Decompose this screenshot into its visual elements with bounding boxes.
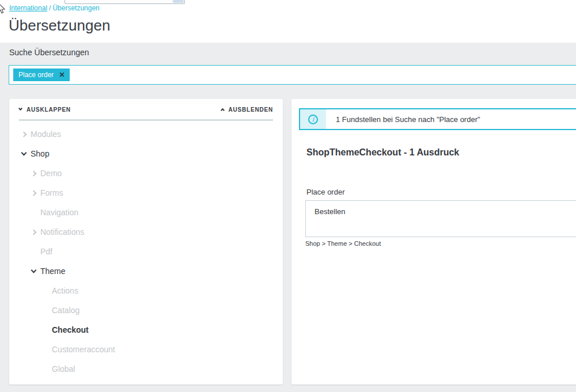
breadcrumb-link-international[interactable]: International	[9, 4, 47, 12]
expand-all-button[interactable]: AUSKLAPPEN	[19, 106, 71, 113]
tree-item-label: Theme	[40, 267, 66, 276]
tree-item-shop[interactable]: Shop	[9, 144, 283, 163]
expand-all-label: AUSKLAPPEN	[26, 106, 71, 113]
translation-domain-path: Shop > Theme > Checkout	[305, 240, 381, 247]
page-header: International/Übersetzungen Übersetzunge…	[0, 0, 576, 43]
tree-item-actions[interactable]: Actions	[9, 281, 283, 300]
tree-item-global[interactable]: Global	[9, 359, 283, 379]
tree-item-label: Checkout	[52, 325, 89, 334]
tree-item-label: Pdf	[40, 247, 52, 256]
tree-item-modules[interactable]: Modules	[9, 124, 283, 144]
info-message: 1 Fundstellen bei Suche nach "Place orde…	[326, 115, 480, 124]
collapse-all-label: AUSBLENDEN	[229, 106, 273, 113]
tree-item-catalog[interactable]: Catalog	[9, 300, 283, 320]
tree-item-checkout[interactable]: Checkout	[9, 320, 283, 340]
cutoff-toolbar-element	[65, 0, 185, 4]
tree-item-navigation[interactable]: Navigation	[9, 203, 283, 222]
info-icon-cell: i	[300, 109, 326, 129]
results-group-heading: ShopThemeCheckout - 1 Ausdruck	[306, 147, 459, 158]
cutoff-toolbar-fragment	[173, 0, 184, 3]
tree-item-forms[interactable]: Forms	[9, 183, 283, 203]
search-tag-chip[interactable]: Place order ✕	[13, 68, 70, 81]
translation-value-textarea[interactable]: Bestellen	[305, 200, 576, 237]
tree-item-label: Notifications	[40, 227, 84, 237]
tree-item-demo[interactable]: Demo	[9, 163, 283, 183]
content-area: Suche Übersetzungen Place order ✕ AUSKLA…	[0, 43, 576, 392]
tree-item-label: Catalog	[52, 306, 79, 315]
mouse-cursor-icon	[0, 3, 6, 16]
translation-tree: Modules Shop Demo Forms Navigation	[9, 120, 283, 379]
remove-tag-icon[interactable]: ✕	[59, 71, 65, 78]
page-title: Übersetzungen	[9, 17, 110, 35]
chevron-right-icon	[31, 170, 36, 176]
tree-item-notifications[interactable]: Notifications	[9, 222, 283, 242]
search-tag-label: Place order	[18, 71, 54, 79]
tree-panel-header: AUSKLAPPEN AUSBLENDEN	[19, 99, 273, 120]
translation-source-label: Place order	[306, 188, 344, 196]
info-icon: i	[308, 115, 318, 124]
search-label: Suche Übersetzungen	[9, 48, 89, 57]
collapse-all-button[interactable]: AUSBLENDEN	[221, 106, 273, 113]
info-alert: i 1 Fundstellen bei Suche nach "Place or…	[299, 108, 576, 130]
chevron-right-icon	[31, 190, 36, 196]
chevron-right-icon	[31, 229, 36, 235]
search-results-panel: i 1 Fundstellen bei Suche nach "Place or…	[291, 99, 576, 385]
translation-tree-panel: AUSKLAPPEN AUSBLENDEN Modules Shop	[9, 99, 283, 385]
tree-item-label: Actions	[52, 286, 78, 295]
tree-item-label: Global	[52, 364, 75, 374]
tree-item-label: Forms	[40, 188, 63, 197]
translations-page: International/Übersetzungen Übersetzunge…	[0, 0, 576, 392]
tree-item-label: Customeraccount	[52, 345, 115, 354]
chevron-down-icon	[31, 268, 36, 273]
chevron-down-icon	[18, 106, 22, 111]
tree-item-label: Demo	[40, 169, 62, 178]
tree-item-theme[interactable]: Theme	[9, 261, 283, 281]
breadcrumb: International/Übersetzungen	[9, 4, 100, 12]
search-input[interactable]: Place order ✕	[9, 65, 576, 85]
tree-item-customeraccount[interactable]: Customeraccount	[9, 340, 283, 359]
breadcrumb-current: Übersetzungen	[52, 4, 99, 12]
tree-item-label: Shop	[31, 149, 50, 158]
chevron-right-icon	[21, 131, 26, 137]
tree-item-pdf[interactable]: Pdf	[9, 242, 283, 261]
breadcrumb-separator: /	[47, 4, 52, 12]
chevron-up-icon	[221, 108, 225, 112]
chevron-down-icon	[21, 150, 26, 156]
tree-item-label: Modules	[31, 130, 61, 139]
tree-item-label: Navigation	[40, 208, 78, 217]
